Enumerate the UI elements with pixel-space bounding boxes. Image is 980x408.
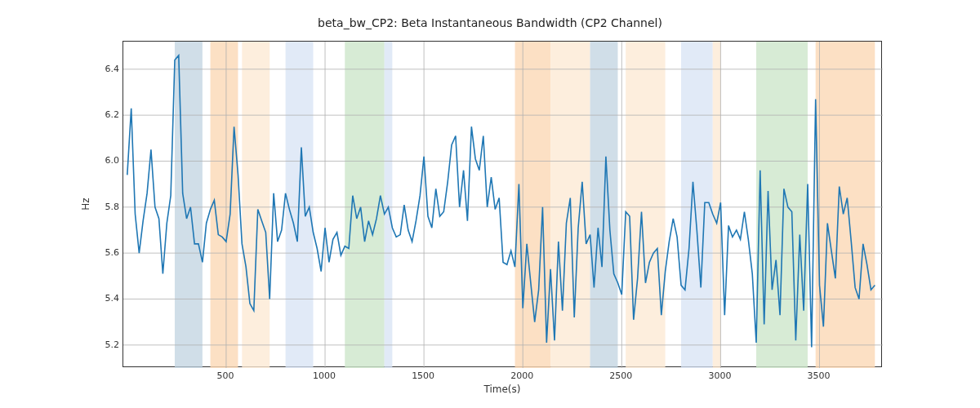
x-tick: 3000 (708, 370, 731, 381)
y-tick: 6.4 (96, 63, 119, 73)
svg-rect-6 (515, 42, 551, 368)
x-tick: 3500 (808, 370, 831, 381)
plot-svg (123, 42, 883, 368)
y-tick: 5.2 (96, 339, 119, 349)
plot-area (122, 41, 882, 367)
svg-rect-0 (175, 42, 203, 368)
y-tick: 6.0 (96, 155, 119, 166)
y-tick: 5.4 (96, 293, 119, 304)
interval-bands (175, 42, 875, 368)
y-tick: 6.2 (96, 109, 119, 120)
svg-rect-2 (242, 42, 270, 368)
chart-title: beta_bw_CP2: Beta Instantaneous Bandwidt… (0, 16, 980, 29)
x-tick: 1000 (313, 370, 336, 381)
svg-rect-10 (681, 42, 713, 368)
svg-rect-5 (385, 42, 393, 368)
x-axis-label: Time(s) (122, 384, 882, 395)
figure: beta_bw_CP2: Beta Instantaneous Bandwidt… (0, 0, 980, 408)
x-tick: 2000 (510, 370, 533, 381)
y-axis-label: Hz (78, 41, 94, 367)
y-tick: 5.6 (96, 247, 119, 258)
x-tick: 500 (216, 370, 234, 381)
x-tick: 1500 (412, 370, 434, 381)
y-tick: 5.8 (96, 201, 119, 211)
svg-rect-11 (713, 42, 721, 368)
svg-rect-9 (626, 42, 665, 368)
x-tick: 2500 (609, 370, 632, 381)
